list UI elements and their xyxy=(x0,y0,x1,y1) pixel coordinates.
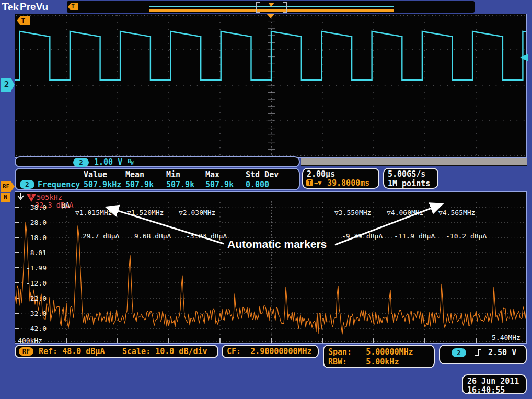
auto-peak-marker: ▽2.030MHz -3.23 dBµA xyxy=(179,193,227,256)
meas-name: Frequency xyxy=(38,180,80,189)
overview-trigger-position-icon[interactable] xyxy=(268,3,274,7)
window-bracket-left[interactable] xyxy=(256,2,260,13)
y-axis-tick-label: 38.0 xyxy=(19,203,47,211)
marker-triangle-icon: ▽ xyxy=(438,209,443,216)
ref-marker-freq: 505kHz xyxy=(37,193,62,201)
horizontal-scale-readout: 2.00µs xyxy=(307,169,335,179)
rf-rbw-readout: RBW: 5.00kHz xyxy=(328,357,399,367)
time-readout: 16:40:55 xyxy=(467,385,505,395)
y-axis-tick-label: -12.0 xyxy=(19,279,47,287)
ch2-position-badge-label: 2 xyxy=(4,79,9,89)
time-domain-window: T xyxy=(15,14,527,158)
trigger-t-icon: T xyxy=(306,179,313,186)
rf-center-frequency-box[interactable]: CF: 2.90000000MHz xyxy=(222,345,319,358)
bandwidth-limit-icon: BW xyxy=(128,158,133,166)
meas-mean: 507.9k xyxy=(125,180,154,189)
horizontal-readout-box[interactable]: 2.00µs T →▼ 39.8000ms xyxy=(302,168,379,189)
window-bracket-right[interactable] xyxy=(283,2,287,13)
auto-peak-marker: ▽1.015MHz 29.7 dBµA xyxy=(75,193,119,256)
ch2-readout-strip[interactable]: 2 1.00 V BW xyxy=(15,156,300,167)
meas-header-stddev: Std Dev xyxy=(246,170,279,179)
auto-peak-marker: ▽4.060MHz -11.9 dBµA xyxy=(387,193,435,256)
acquisition-status: PreVu xyxy=(20,1,48,13)
y-axis-tick-label: 18.0 xyxy=(19,234,47,242)
tek-logo: Tek xyxy=(2,1,19,14)
rf-scale-readout: Scale: 10.0 dB/div xyxy=(122,347,207,356)
trigger-position-marker-icon[interactable] xyxy=(267,14,275,18)
automatic-markers-annotation: Automatic markers xyxy=(227,238,327,250)
meas-header-max: Max xyxy=(205,170,219,179)
y-axis-tick-label: -22.0 xyxy=(19,294,47,302)
trigger-delay-readout: 39.8000ms xyxy=(327,178,369,188)
measurement-table: Value Mean Min Max Std Dev 2 Frequency 5… xyxy=(15,168,300,190)
meas-stddev: 0.000 xyxy=(246,180,269,189)
date-readout: 26 Jun 2011 xyxy=(467,377,519,386)
marker-triangle-icon: ▽ xyxy=(387,209,391,216)
auto-peak-marker: ▽4.565MHz -10.2 dBµA xyxy=(438,193,487,256)
stop-frequency-label: 5.40MHz xyxy=(492,334,521,341)
delay-arrow-icons: →▼ xyxy=(314,179,321,187)
meas-value: 507.9kHz xyxy=(84,180,121,189)
acquisition-overview-bar[interactable]: T xyxy=(67,1,475,13)
ch2-badge: 2 xyxy=(73,158,89,167)
rf-span-readout: Span: 5.00000MHz xyxy=(328,347,413,357)
rf-badge: RF xyxy=(19,347,33,356)
meas-header-mean: Mean xyxy=(125,170,144,179)
rf-ref-scale-box[interactable]: RF Ref: 48.0 dBµA Scale: 10.0 dB/div xyxy=(15,345,218,358)
marker-triangle-icon: ▽ xyxy=(179,209,183,216)
rf-cf-readout: CF: 2.90000000MHz xyxy=(227,347,312,356)
y-axis-tick-label: -1.99 xyxy=(19,264,47,272)
auto-peak-marker: ▽1.520MHz 9.68 dBµA xyxy=(127,193,171,256)
ch2-position-badge[interactable]: 2 xyxy=(1,78,15,92)
meas-max: 507.9k xyxy=(205,180,234,189)
y-axis-tick-label: 8.01 xyxy=(19,249,47,257)
ch2-scale-readout: 1.00 V xyxy=(94,157,122,167)
marker-triangle-icon: ▽ xyxy=(127,209,131,216)
y-axis-tick-label: -32.0 xyxy=(19,310,47,317)
y-axis-tick-label: 28.0 xyxy=(19,219,47,226)
start-frequency-label: 400kHz xyxy=(18,337,42,345)
rf-position-badge-label: RF xyxy=(3,183,9,190)
trigger-source-badge: 2 xyxy=(452,348,466,357)
rf-spectrum-window: R 505kHz -32.3 dBµA µA ▽ 400kHz 5.40MHz … xyxy=(15,191,527,344)
record-length-readout: 1M points xyxy=(388,179,430,188)
trigger-flag-icon: T xyxy=(68,3,78,10)
record-readout-box[interactable]: 5.00GS/s 1M points xyxy=(383,168,438,189)
rf-span-rbw-box[interactable]: Span: 5.00000MHz RBW: 5.00kHz xyxy=(323,345,435,368)
datetime-box: 26 Jun 2011 16:40:55 xyxy=(462,374,527,394)
sample-rate-readout: 5.00GS/s xyxy=(388,169,425,179)
trigger-readout-box[interactable]: 2 2.50 V xyxy=(439,345,527,364)
rf-ref-level-readout: Ref: 48.0 dBµA xyxy=(39,347,105,356)
oscilloscope-screen: Tek PreVu T T 2 RF N 2 1.00 V BW Value M… xyxy=(0,0,532,399)
rf-normal-trace-badge-label: N xyxy=(4,193,7,201)
overview-rf-trace xyxy=(149,9,394,12)
reference-marker-r-label: R xyxy=(29,192,33,199)
rf-position-badge[interactable]: RF xyxy=(1,181,15,192)
amplitude-units-label: µA xyxy=(61,201,70,209)
meas-header-min: Min xyxy=(166,170,180,179)
meas-min: 507.9k xyxy=(166,180,194,189)
auto-peak-marker: ▽3.550MHz -9.39 dBµA xyxy=(334,193,383,256)
marker-triangle-icon: ▽ xyxy=(334,209,339,216)
ch2-waveform-trace xyxy=(15,14,526,157)
marker-triangle-icon: ▽ xyxy=(75,209,79,216)
meas-source-badge: 2 xyxy=(20,180,34,189)
active-marker-arrow-icon xyxy=(17,192,25,203)
trigger-level-readout: 2.50 V xyxy=(488,348,516,357)
rf-normal-trace-badge[interactable]: N xyxy=(1,193,10,202)
rising-edge-icon xyxy=(475,348,482,357)
horizontal-scrollbar[interactable] xyxy=(301,158,527,166)
meas-header-value: Value xyxy=(84,170,107,179)
y-axis-tick-label: -42.0 xyxy=(19,325,47,333)
